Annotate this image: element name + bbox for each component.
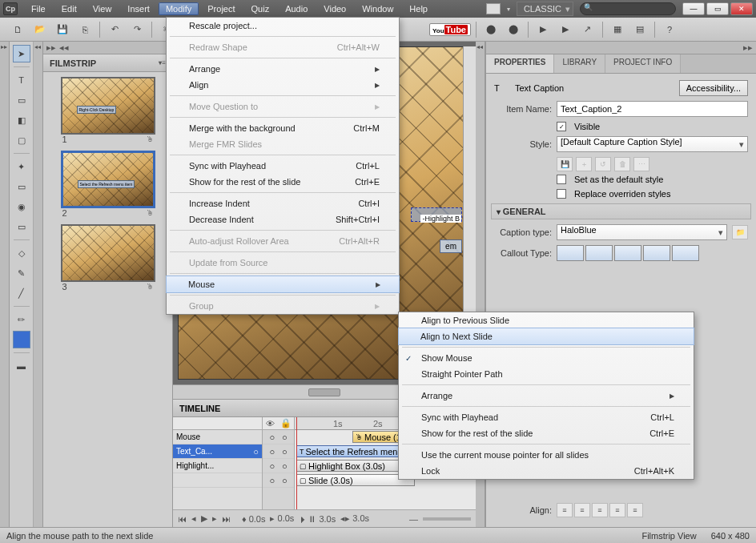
slide-thumbnail[interactable]: 3🖱 bbox=[61, 224, 155, 295]
callout-swatch[interactable] bbox=[585, 245, 613, 261]
draw-tool-icon[interactable]: ✎ bbox=[13, 264, 30, 282]
input-tool-icon[interactable]: ▭ bbox=[13, 218, 30, 235]
highlight-clip[interactable]: ▢ Highlight Box (3.0s) bbox=[296, 460, 415, 472]
style-manager-icon[interactable]: ⋯ bbox=[633, 157, 649, 171]
caption-type-dropdown[interactable]: HaloBlue bbox=[557, 224, 727, 240]
accessibility-button[interactable]: Accessibility... bbox=[679, 80, 748, 96]
slide-clip[interactable]: ▢ Slide (3.0s) bbox=[296, 474, 415, 486]
callout-swatch[interactable] bbox=[643, 245, 670, 261]
general-section-header[interactable]: ▾ GENERAL bbox=[491, 203, 751, 219]
zoom-slider[interactable] bbox=[423, 517, 471, 521]
rollover-tool-icon[interactable]: ◧ bbox=[13, 111, 30, 129]
menu-help[interactable]: Help bbox=[402, 2, 435, 15]
mail-icon[interactable] bbox=[486, 3, 501, 14]
undo-icon[interactable]: ↶ bbox=[105, 21, 124, 38]
menu-project[interactable]: Project bbox=[200, 2, 242, 15]
align-icon[interactable]: ≡ bbox=[574, 503, 590, 517]
submenuitem-align-to-previous-slide[interactable]: Align to Previous Slide bbox=[399, 312, 694, 328]
maximize-button[interactable]: ▭ bbox=[706, 2, 729, 15]
redo-icon[interactable]: ↷ bbox=[127, 21, 147, 38]
slide-thumbnail[interactable]: Select the Refresh menu item2🖱 bbox=[61, 151, 155, 221]
tab-library[interactable]: LIBRARY bbox=[554, 54, 605, 73]
new-icon[interactable]: 🗋 bbox=[8, 21, 27, 38]
timeline-row-name[interactable]: Highlight... bbox=[173, 459, 262, 473]
selection-tool-icon[interactable]: ➤ bbox=[13, 45, 30, 62]
menuitem-arrange[interactable]: Arrange▶ bbox=[167, 61, 399, 77]
menuitem-mouse[interactable]: Mouse▶ bbox=[166, 276, 400, 293]
youtube-button[interactable]: YouTube bbox=[429, 23, 471, 36]
caption-tool-icon[interactable]: ▭ bbox=[13, 91, 30, 109]
submenuitem-sync-with-playhead[interactable]: Sync with PlayheadCtrl+L bbox=[399, 409, 694, 425]
menuitem-decrease-indent[interactable]: Decrease IndentShift+Ctrl+I bbox=[167, 211, 399, 227]
replace-override-checkbox[interactable] bbox=[557, 189, 566, 199]
fill-icon[interactable]: ▬ bbox=[13, 357, 30, 375]
menu-file[interactable]: File bbox=[24, 2, 53, 15]
menuitem-align[interactable]: Align▶ bbox=[167, 77, 399, 93]
default-style-checkbox[interactable] bbox=[557, 175, 566, 184]
button-tool-icon[interactable]: ▭ bbox=[13, 178, 30, 195]
play-icon[interactable]: ▶ bbox=[201, 513, 207, 524]
menuitem-sync-with-playhead[interactable]: Sync with PlayheadCtrl+L bbox=[167, 158, 399, 174]
menu-edit[interactable]: Edit bbox=[54, 2, 84, 15]
track-vis-dot[interactable]: ○ bbox=[269, 432, 275, 442]
grid-icon[interactable]: ▦ bbox=[608, 21, 627, 38]
reset-style-icon[interactable]: ↺ bbox=[595, 157, 611, 171]
shape-tool-icon[interactable]: ◇ bbox=[13, 244, 30, 262]
menu-modify[interactable]: Modify bbox=[159, 2, 199, 15]
menuitem-merge-with-the-background[interactable]: Merge with the backgroundCtrl+M bbox=[167, 120, 399, 136]
lock-icon[interactable]: 🔒 bbox=[280, 418, 292, 428]
track-lock-dot[interactable]: ○ bbox=[282, 432, 288, 442]
timeline-row-name[interactable]: Mouse bbox=[173, 430, 262, 444]
slide-thumbnail[interactable]: Right-Click Desktop1🖱 bbox=[61, 77, 155, 147]
submenuitem-align-to-next-slide[interactable]: Align to Next Slide bbox=[398, 328, 694, 345]
preview-icon[interactable]: ▶ bbox=[533, 21, 553, 38]
search-input[interactable] bbox=[580, 2, 676, 15]
click-tool-icon[interactable]: ◉ bbox=[13, 198, 30, 215]
menu-quiz[interactable]: Quiz bbox=[244, 2, 277, 15]
menuitem-increase-indent[interactable]: Increase IndentCtrl+I bbox=[167, 195, 399, 211]
menu-window[interactable]: Window bbox=[355, 2, 400, 15]
close-button[interactable]: ✕ bbox=[730, 2, 753, 15]
goto-end-icon[interactable]: ⏭ bbox=[222, 514, 231, 524]
save-icon[interactable]: 💾 bbox=[53, 21, 72, 38]
snap-icon[interactable]: ▤ bbox=[630, 21, 649, 38]
pencil-tool-icon[interactable]: ✏ bbox=[13, 311, 30, 328]
mail-drop-icon[interactable]: ▾ bbox=[507, 6, 510, 13]
text-tool-icon[interactable]: T bbox=[13, 71, 30, 89]
tab-properties[interactable]: PROPERTIES bbox=[486, 54, 554, 73]
track-lock-dot[interactable]: ○ bbox=[282, 461, 288, 471]
track-lock-dot[interactable]: ○ bbox=[282, 476, 288, 485]
wand-tool-icon[interactable]: ✦ bbox=[13, 158, 30, 175]
canvas-caption[interactable]: em bbox=[440, 239, 462, 253]
callout-swatch[interactable] bbox=[672, 245, 699, 261]
visible-checkbox[interactable]: ✓ bbox=[557, 122, 566, 131]
record-icon[interactable]: ⬤ bbox=[481, 21, 501, 38]
highlight-tool-icon[interactable]: ▢ bbox=[13, 131, 30, 149]
panel-menu-icon[interactable]: ▾≡ bbox=[159, 59, 166, 66]
callout-swatch[interactable] bbox=[614, 245, 641, 261]
eye-icon[interactable]: 👁 bbox=[266, 419, 275, 428]
menu-video[interactable]: Video bbox=[316, 2, 353, 15]
submenuitem-show-mouse[interactable]: ✓Show Mouse bbox=[399, 350, 694, 366]
align-icon[interactable]: ≡ bbox=[557, 503, 573, 517]
help-icon[interactable]: ? bbox=[660, 21, 679, 38]
track-vis-dot[interactable]: ○ bbox=[269, 461, 275, 471]
color-swatch-icon[interactable] bbox=[13, 331, 30, 348]
text-caption-clip[interactable]: T Select the Refresh menu ite... bbox=[296, 445, 415, 457]
save-style-icon[interactable]: 💾 bbox=[557, 157, 573, 171]
align-icon[interactable]: ≡ bbox=[609, 503, 625, 517]
align-icon[interactable]: ≡ bbox=[592, 503, 608, 517]
playhead[interactable] bbox=[296, 417, 297, 509]
track-vis-dot[interactable]: ○ bbox=[269, 447, 275, 457]
menu-audio[interactable]: Audio bbox=[278, 2, 315, 15]
menuitem-rescale-project-[interactable]: Rescale project... bbox=[167, 18, 399, 34]
timeline-row-name[interactable]: Text_Ca... ○ bbox=[173, 444, 262, 459]
preview2-icon[interactable]: ▶ bbox=[556, 21, 575, 38]
align-icon[interactable]: ≡ bbox=[627, 503, 643, 517]
filmstrip-collapse-strip[interactable]: ◂◂ bbox=[34, 42, 43, 527]
goto-start-icon[interactable]: ⏮ bbox=[178, 514, 187, 524]
submenuitem-show-for-the-rest-of-the-slide[interactable]: Show for the rest of the slideCtrl+E bbox=[399, 425, 694, 441]
submenuitem-arrange[interactable]: Arrange▶ bbox=[399, 388, 694, 404]
callout-swatch[interactable] bbox=[557, 245, 584, 261]
publish-icon[interactable]: ↗ bbox=[578, 21, 597, 38]
